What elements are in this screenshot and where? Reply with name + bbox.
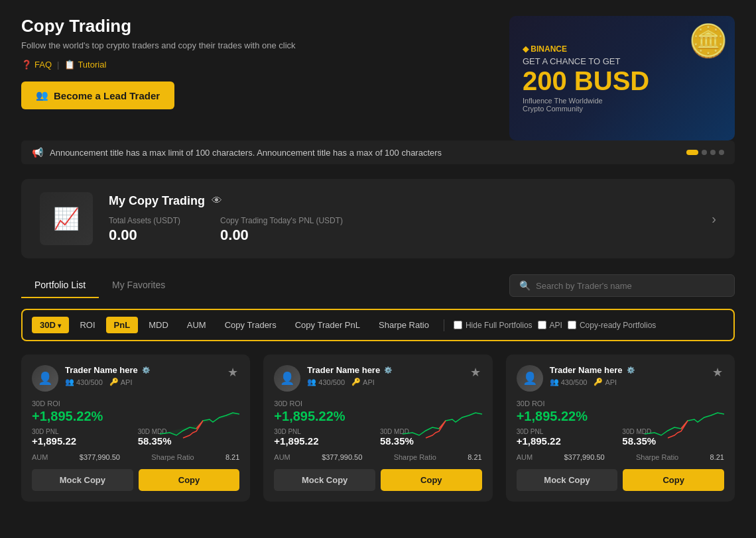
roi-label: 30D ROI (274, 400, 481, 407)
sharpe-label: Sharpe Ratio (394, 453, 436, 461)
aum-label: AUM (32, 453, 48, 461)
roi-chart (645, 407, 724, 441)
sharpe-label: Sharpe Ratio (636, 453, 678, 461)
question-icon: ❓ (21, 60, 32, 70)
trader-badge-icon: ⚙️ (384, 366, 392, 374)
faq-link[interactable]: ❓ FAQ (21, 60, 52, 70)
dot-2 (702, 150, 707, 155)
aum-value: $377,990.50 (80, 453, 120, 461)
tab-my-favorites[interactable]: My Favorites (99, 273, 178, 298)
trader-avatar: 👤 (32, 365, 58, 392)
trader-card: 👤 Trader Name here ⚙️ 👥 430/500 🔑 AP (506, 354, 735, 502)
become-lead-trader-button[interactable]: 👥 Become a Lead Trader (21, 81, 174, 109)
checkbox-copy-ready[interactable]: Copy-ready Portfolios (568, 321, 656, 330)
filter-mdd[interactable]: MDD (141, 317, 176, 333)
dot-4 (719, 150, 724, 155)
mock-copy-button[interactable]: Mock Copy (32, 469, 133, 491)
trader-name: Trader Name here (65, 365, 138, 375)
trader-followers: 👥 430/500 (65, 378, 103, 386)
filter-divider (444, 319, 444, 331)
roi-label: 30D ROI (32, 400, 239, 407)
favorite-button[interactable]: ★ (469, 365, 482, 380)
users-icon: 👥 (36, 89, 48, 101)
banner-coins-decoration: 🪙 (688, 23, 728, 60)
roi-chart (160, 407, 239, 441)
api-icon: 🔑 (109, 378, 119, 386)
sharpe-value: 8.21 (468, 453, 481, 461)
today-pnl-value: 0.00 (220, 227, 249, 243)
trader-card: 👤 Trader Name here ⚙️ 👥 430/500 🔑 AP (263, 354, 492, 502)
mock-copy-button[interactable]: Mock Copy (517, 469, 618, 491)
banner-ad: ◆ BINANCE GET A CHANCE TO GET 200 BUSD I… (509, 16, 735, 140)
dot-3 (710, 150, 716, 155)
filter-roi[interactable]: ROI (72, 317, 103, 333)
card-actions: Mock Copy Copy (274, 469, 481, 491)
my-copy-trading-card: 📈 My Copy Trading 👁 Total Assets (USDT) … (21, 179, 735, 258)
trader-card: 👤 Trader Name here ⚙️ 👥 430/500 🔑 AP (21, 354, 250, 502)
trader-avatar: 👤 (517, 365, 543, 392)
card-actions: Mock Copy Copy (32, 469, 239, 491)
checkbox-api[interactable]: API (538, 321, 562, 330)
copy-button[interactable]: Copy (139, 469, 240, 491)
filter-bar: 30D ROI PnL MDD AUM Copy Traders Copy Tr… (21, 309, 735, 341)
filter-copy-traders[interactable]: Copy Traders (217, 317, 284, 333)
aum-label: AUM (517, 453, 533, 461)
copy-button[interactable]: Copy (623, 469, 724, 491)
today-pnl-label: Copy Trading Today's PNL (USDT) (220, 216, 343, 225)
trader-name: Trader Name here (307, 365, 380, 375)
trader-api: 🔑 API (109, 378, 133, 386)
page-subtitle: Follow the world's top crypto traders an… (21, 40, 496, 50)
mock-copy-button[interactable]: Mock Copy (274, 469, 375, 491)
announcement-icon: 📢 (32, 147, 43, 158)
trader-cards-grid: 👤 Trader Name here ⚙️ 👥 430/500 🔑 AP (21, 354, 735, 502)
filter-sharpe-ratio[interactable]: Sharpe Ratio (371, 317, 437, 333)
today-pnl-stat: Copy Trading Today's PNL (USDT) 0.00 (220, 216, 343, 244)
api-icon: 🔑 (351, 378, 361, 386)
trader-badge-icon: ⚙️ (142, 366, 150, 374)
eye-icon[interactable]: 👁 (212, 195, 222, 207)
checkbox-hide-full-portfolios[interactable]: Hide Full Portfolios (454, 321, 533, 330)
filter-pnl[interactable]: PnL (106, 317, 139, 333)
filter-aum[interactable]: AUM (179, 317, 214, 333)
total-assets-value: 0.00 (109, 227, 137, 243)
filter-copy-trader-pnl[interactable]: Copy Trader PnL (287, 317, 368, 333)
banner-sub2: Crypto Community (523, 105, 722, 113)
aum-label: AUM (274, 453, 290, 461)
roi-label: 30D ROI (517, 400, 724, 407)
sharpe-value: 8.21 (225, 453, 239, 461)
chevron-right-icon[interactable]: › (712, 211, 716, 227)
trader-api: 🔑 API (351, 378, 375, 386)
trader-followers: 👥 430/500 (550, 378, 588, 386)
announcement-pagination (686, 150, 724, 155)
followers-icon: 👥 (550, 378, 559, 386)
copy-button[interactable]: Copy (381, 469, 482, 491)
aum-row: AUM $377,990.50 Sharpe Ratio 8.21 (274, 453, 481, 461)
search-icon: 🔍 (519, 280, 531, 291)
pnl-stat: 30D PNL +1,895.22 (32, 428, 134, 447)
favorite-button[interactable]: ★ (711, 365, 724, 380)
banner-sub1: Influence The Worldwide (523, 97, 722, 105)
aum-row: AUM $377,990.50 Sharpe Ratio 8.21 (32, 453, 239, 461)
tabs-search-row: Portfolio List My Favorites 🔍 (21, 273, 735, 298)
sharpe-label: Sharpe Ratio (151, 453, 194, 461)
total-assets-label: Total Assets (USDT) (109, 216, 180, 225)
roi-chart (403, 407, 482, 441)
search-input[interactable] (536, 281, 725, 291)
tutorial-link[interactable]: 📋 Tutorial (64, 60, 106, 70)
tutorial-icon: 📋 (64, 60, 75, 70)
copy-trading-section-title: My Copy Trading (109, 194, 205, 208)
trader-name: Trader Name here (550, 365, 623, 375)
search-box: 🔍 (509, 274, 735, 297)
page-title: Copy Trading (21, 16, 496, 36)
tab-portfolio-list[interactable]: Portfolio List (21, 273, 99, 298)
api-icon: 🔑 (594, 378, 603, 386)
followers-icon: 👥 (65, 378, 74, 386)
favorite-button[interactable]: ★ (226, 365, 239, 380)
main-tabs: Portfolio List My Favorites (21, 273, 178, 298)
dot-1 (686, 150, 698, 155)
aum-row: AUM $377,990.50 Sharpe Ratio 8.21 (517, 453, 724, 461)
filter-30d[interactable]: 30D (32, 317, 69, 333)
aum-value: $377,990.50 (564, 453, 604, 461)
trader-badge-icon: ⚙️ (627, 366, 635, 374)
announcement-bar: 📢 Announcement title has a max limit of … (21, 140, 735, 164)
